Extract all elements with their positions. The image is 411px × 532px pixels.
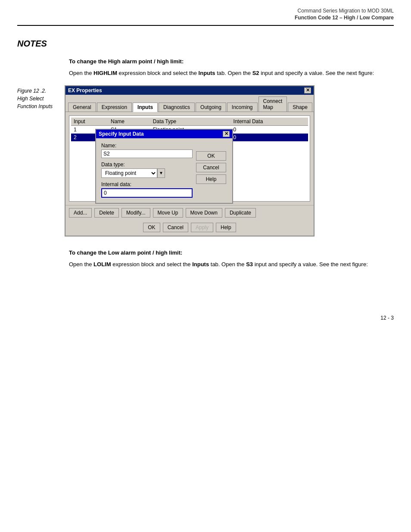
col-internal-data: Internal Data <box>231 118 308 126</box>
dropdown-arrow[interactable]: ▼ <box>157 168 165 178</box>
col-data-type: Data Type <box>150 118 231 126</box>
move-up-button[interactable]: Move Up <box>153 208 183 218</box>
specify-input-dialog: Specify Input Data ✕ Name: Data type: F <box>95 129 233 204</box>
specify-ok-button[interactable]: OK <box>196 151 226 161</box>
tab-outgoing[interactable]: Outgoing <box>196 103 226 112</box>
tab-expression[interactable]: Expression <box>97 103 132 112</box>
help-button[interactable]: Help <box>216 223 236 232</box>
internal-data-label: Internal data: <box>101 181 193 187</box>
col-name: Name <box>108 118 150 126</box>
internal-data-input[interactable] <box>101 188 193 198</box>
figure-content: EX Properties ✕ General Expression Input… <box>65 85 394 236</box>
figure-label-line1: Figure 12 .2. <box>17 87 65 95</box>
tab-inputs[interactable]: Inputs <box>133 103 158 112</box>
s3-ref: S3 <box>246 261 253 268</box>
inputs-ref2: Inputs <box>192 261 209 268</box>
figure-label-line2: High Select <box>17 95 65 103</box>
tab-incoming[interactable]: Incoming <box>227 103 258 112</box>
specify-body: Name: Data type: Floating point ▼ Inter <box>96 138 232 203</box>
specify-title: Specify Input Data <box>99 131 144 137</box>
page-header: Command Series Migration to MOD 30ML Fun… <box>0 0 411 22</box>
section1-text: Open the HIGHLIM expression block and se… <box>69 69 394 78</box>
tab-bar: General Expression Inputs Diagnostics Ou… <box>65 95 314 112</box>
tab-diagnostics[interactable]: Diagnostics <box>159 103 195 112</box>
cell-internal-data: 0 <box>231 125 308 134</box>
cell-internal-data: 0 <box>231 134 308 141</box>
document-title: Command Series Migration to MOD 30ML <box>17 8 394 14</box>
add-button[interactable]: Add... <box>69 208 92 218</box>
cancel-button[interactable]: Cancel <box>163 223 188 232</box>
notes-title: NOTES <box>17 39 394 49</box>
ex-titlebar: EX Properties ✕ <box>65 86 314 95</box>
page-number: 12 - 3 <box>0 311 411 325</box>
specify-cancel-button[interactable]: Cancel <box>196 163 226 172</box>
delete-button[interactable]: Delete <box>94 208 119 218</box>
specify-titlebar: Specify Input Data ✕ <box>96 130 232 138</box>
data-type-label: Data type: <box>101 162 193 168</box>
figure-label-line3: Function Inputs <box>17 103 65 110</box>
section2-heading: To change the Low alarm point / high lim… <box>69 249 394 256</box>
specify-buttons: OK Cancel Help <box>193 143 227 198</box>
specify-form: Name: Data type: Floating point ▼ Inter <box>101 143 193 198</box>
figure-label: Figure 12 .2. High Select Function Input… <box>17 85 65 236</box>
tab-connect-map[interactable]: Connect Map <box>258 96 287 112</box>
data-type-dropdown: Floating point ▼ <box>101 168 193 178</box>
name-label: Name: <box>101 143 193 149</box>
tab-general[interactable]: General <box>68 103 96 112</box>
section-title: Function Code 12 – High / Low Compare <box>17 15 394 21</box>
col-input: Input <box>71 118 108 126</box>
inputs-ref: Inputs <box>199 70 215 76</box>
ex-title: EX Properties <box>68 87 102 93</box>
inputs-table-area: Input Name Data Type Internal Data 1 S1 … <box>69 115 310 202</box>
name-input[interactable] <box>101 149 193 158</box>
section2-text: Open the LOLIM expression block and sele… <box>69 260 394 269</box>
tab-shape[interactable]: Shape <box>288 103 312 112</box>
table-header-row: Input Name Data Type Internal Data <box>71 118 308 126</box>
data-type-select[interactable]: Floating point <box>101 168 157 178</box>
highlim-ref: HIGHLIM <box>93 70 117 76</box>
duplicate-button[interactable]: Duplicate <box>225 208 256 218</box>
ex-bottom-buttons: Add... Delete Modify... Move Up Move Dow… <box>65 205 314 220</box>
lolim-ref: LOLIM <box>93 261 111 268</box>
section1-heading: To change the High alarm point / high li… <box>69 58 394 65</box>
apply-button[interactable]: Apply <box>191 223 213 232</box>
s2-ref: S2 <box>252 70 259 76</box>
ex-properties-window: EX Properties ✕ General Expression Input… <box>65 85 314 236</box>
page-content: NOTES To change the High alarm point / h… <box>0 26 411 293</box>
figure-area: Figure 12 .2. High Select Function Input… <box>17 85 394 236</box>
ex-footer: OK Cancel Apply Help <box>65 220 314 236</box>
specify-help-button[interactable]: Help <box>196 174 226 184</box>
move-down-button[interactable]: Move Down <box>186 208 222 218</box>
ex-close-button[interactable]: ✕ <box>304 87 311 93</box>
ok-button[interactable]: OK <box>143 223 160 232</box>
specify-close-button[interactable]: ✕ <box>223 131 230 137</box>
section2: To change the Low alarm point / high lim… <box>17 249 394 269</box>
modify-button[interactable]: Modify... <box>121 208 150 218</box>
